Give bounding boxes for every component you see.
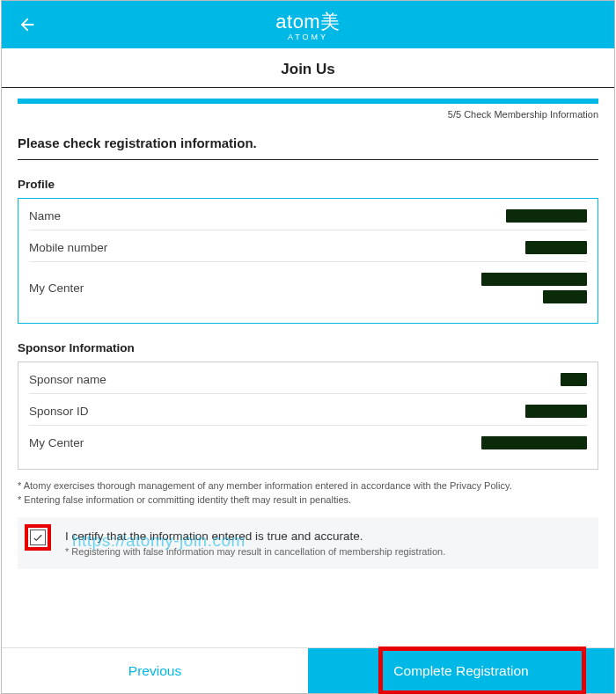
complete-registration-button[interactable]: Complete Registration <box>308 648 614 693</box>
fineprint-line: * Atomy exercises thorough management of… <box>18 480 598 491</box>
profile-box: Name Mobile number My Center <box>18 198 598 324</box>
complete-button-label: Complete Registration <box>393 663 528 679</box>
redacted-value <box>481 273 587 303</box>
check-icon <box>32 531 44 544</box>
arrow-left-icon <box>18 15 37 34</box>
checkbox-highlight <box>25 524 51 551</box>
certify-checkbox[interactable] <box>30 530 46 545</box>
back-button[interactable] <box>18 15 37 38</box>
fineprint-line: * Entering false information or committi… <box>18 494 598 505</box>
previous-button[interactable]: Previous <box>2 648 308 693</box>
fineprint: * Atomy exercises thorough management of… <box>18 480 598 505</box>
sponsor-row: My Center <box>29 426 587 457</box>
previous-button-label: Previous <box>128 663 181 679</box>
logo-main: atom美 <box>275 9 340 35</box>
info-label: My Center <box>29 436 84 449</box>
redacted-value <box>525 405 587 418</box>
redacted-value <box>506 209 587 223</box>
info-label: My Center <box>29 281 84 295</box>
redacted-value <box>525 241 587 254</box>
info-label: Sponsor name <box>29 373 106 386</box>
info-label: Mobile number <box>29 241 107 254</box>
info-label: Name <box>29 209 61 223</box>
page-title: Join Us <box>2 48 614 88</box>
sponsor-row: Sponsor name <box>29 362 587 394</box>
info-label: Sponsor ID <box>29 405 89 418</box>
certify-sub-text: * Registering with false information may… <box>65 546 590 557</box>
instruction-text: Please check registration information. <box>18 135 598 160</box>
progress-bar <box>18 99 598 104</box>
profile-section-title: Profile <box>18 178 598 191</box>
sponsor-section-title: Sponsor Information <box>18 341 598 354</box>
footer-buttons: Previous Complete Registration <box>2 647 614 693</box>
sponsor-row: Sponsor ID <box>29 394 587 426</box>
redacted-value <box>481 436 587 449</box>
profile-row: Mobile number <box>29 230 587 262</box>
sponsor-box: Sponsor name Sponsor ID My Center <box>18 362 598 470</box>
profile-row: My Center <box>29 262 587 310</box>
step-label: 5/5 Check Membership Information <box>18 109 598 120</box>
brand-logo: atom美 ATOMY <box>275 9 340 41</box>
profile-row: Name <box>29 199 587 230</box>
certify-main-text: I certify that the information entered i… <box>65 530 590 543</box>
app-header: atom美 ATOMY <box>2 1 614 48</box>
certify-box: https://atomy-join.com I certify that th… <box>18 517 598 569</box>
redacted-value <box>561 373 587 386</box>
